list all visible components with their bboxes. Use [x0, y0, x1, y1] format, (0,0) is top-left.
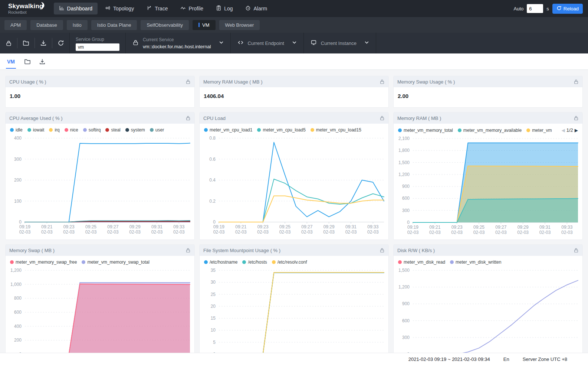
- app-logo[interactable]: Skywalking Rocketbot: [5, 3, 43, 14]
- nav-item-log[interactable]: Log: [211, 3, 238, 14]
- legend-next-arrow-icon[interactable]: ▶: [575, 128, 578, 133]
- svg-text:02-03: 02-03: [279, 229, 291, 235]
- instance-monitor-icon: [311, 39, 317, 47]
- trace-icon: [147, 5, 152, 12]
- legend-item[interactable]: meter_vm_disk_read: [398, 260, 445, 265]
- legend-item[interactable]: irq: [49, 127, 59, 133]
- reload-button[interactable]: Reload: [552, 4, 583, 14]
- legend-item[interactable]: meter_vm_memory_swap_free: [10, 260, 77, 265]
- auto-interval-input[interactable]: [527, 4, 543, 13]
- legend-item[interactable]: meter_vm: [526, 128, 552, 133]
- download-toolbar-button[interactable]: [35, 33, 52, 53]
- lock-icon[interactable]: [574, 248, 579, 253]
- legend-item[interactable]: system: [125, 127, 145, 133]
- lock-icon[interactable]: [574, 115, 579, 121]
- card-title: Memory RAM Usage ( MB ): [203, 79, 263, 85]
- reload-icon: [556, 6, 562, 12]
- profile-icon: [180, 5, 186, 12]
- current-endpoint-select[interactable]: Current Endpoint: [231, 39, 303, 47]
- nav-item-trace[interactable]: Trace: [141, 3, 173, 14]
- svg-text:0.6: 0.6: [209, 157, 216, 162]
- svg-text:02-03: 02-03: [41, 229, 53, 235]
- dashboard-tab-vm[interactable]: VM: [193, 20, 216, 30]
- legend-label: meter_vm_cpu_load15: [316, 127, 361, 133]
- refresh-toolbar-button[interactable]: [52, 33, 69, 53]
- nav-item-dashboard[interactable]: Dashboard: [54, 3, 98, 14]
- legend-item[interactable]: iowait: [27, 127, 45, 133]
- nav-item-topology[interactable]: Topology: [100, 3, 139, 14]
- lock-icon[interactable]: [380, 248, 385, 253]
- dashboard-tab-web-browser[interactable]: Web Browser: [219, 20, 260, 30]
- svg-text:02-03: 02-03: [301, 229, 313, 235]
- legend-item[interactable]: meter_vm_memory_swap_total: [82, 260, 149, 265]
- legend-item[interactable]: nice: [65, 127, 78, 133]
- legend-item[interactable]: meter_vm_cpu_load5: [257, 127, 305, 133]
- svg-text:800: 800: [14, 296, 22, 301]
- lock-icon[interactable]: [185, 79, 191, 84]
- dashboard-tab-istio[interactable]: Istio: [67, 20, 88, 30]
- tab-vm[interactable]: VM: [6, 54, 16, 69]
- legend-item[interactable]: idle: [10, 127, 23, 133]
- legend-dot: [272, 260, 276, 264]
- footer-bar: 2021-02-03 09:19 ~ 2021-02-03 09:34 En S…: [0, 353, 588, 365]
- legend-item[interactable]: steal: [105, 127, 120, 133]
- svg-text:09:31: 09:31: [539, 225, 551, 230]
- download-page-button[interactable]: [39, 58, 46, 65]
- legend-label: meter_vm_memory_swap_total: [87, 260, 149, 265]
- nav-item-profile[interactable]: Profile: [175, 3, 208, 14]
- svg-text:200: 200: [14, 177, 22, 183]
- svg-text:0.8: 0.8: [209, 136, 216, 141]
- svg-text:1,200: 1,200: [398, 284, 410, 290]
- legend-item[interactable]: softirq: [83, 127, 101, 133]
- svg-text:09:25: 09:25: [279, 224, 290, 229]
- svg-text:0: 0: [19, 219, 22, 225]
- svg-text:09:33: 09:33: [367, 224, 378, 229]
- lock-toolbar-button[interactable]: [0, 33, 17, 53]
- time-range-picker[interactable]: 2021-02-03 09:19 ~ 2021-02-03 09:34: [408, 356, 490, 362]
- svg-text:02-03: 02-03: [539, 230, 551, 235]
- dashboard-icon: [59, 5, 65, 12]
- legend-label: /etc/resolv.conf: [277, 260, 307, 265]
- card-header: CPU Load: [200, 113, 388, 124]
- legend-item[interactable]: meter_vm_cpu_load1: [204, 127, 252, 133]
- card-title: CPU Average Used ( % ): [9, 115, 63, 121]
- legend-prev-arrow-icon[interactable]: ◀: [561, 128, 565, 133]
- legend-dot: [83, 128, 87, 132]
- dashboard-tab-istio-data-plane[interactable]: Istio Data Plane: [91, 20, 137, 30]
- svg-text:02-03: 02-03: [561, 230, 573, 235]
- dashboard-tab-database[interactable]: Database: [30, 20, 63, 30]
- legend-item[interactable]: user: [150, 127, 164, 133]
- service-group-input[interactable]: [76, 43, 119, 51]
- chart-plot: 03006009001,2001,5001,8002,10009:1902-03…: [394, 134, 582, 239]
- lock-icon[interactable]: [185, 115, 191, 121]
- legend-item[interactable]: meter_vm_cpu_load15: [311, 127, 361, 133]
- svg-text:0: 0: [213, 219, 216, 225]
- nav-item-alarm[interactable]: Alarm: [240, 3, 272, 14]
- dashboard-tab-selfobservability[interactable]: SelfObservability: [141, 20, 189, 30]
- legend-item[interactable]: /etc/resolv.conf: [272, 260, 307, 265]
- chart-legend: idleiowaitirqnicesoftirqstealsystemuser: [6, 124, 194, 134]
- legend-item[interactable]: meter_vm_memory_total: [398, 128, 453, 133]
- memory-ram-usage-value: 1406.04: [200, 87, 388, 105]
- dashboard-tab-apm[interactable]: APM: [4, 20, 27, 30]
- current-service-select[interactable]: Current Service vm::docker.for.mac.host.…: [126, 37, 230, 49]
- card-header: Memory RAM Usage ( MB ): [200, 76, 388, 87]
- lock-icon[interactable]: [185, 248, 191, 253]
- legend-item[interactable]: meter_vm_memory_available: [458, 128, 522, 133]
- lock-icon[interactable]: [380, 79, 385, 84]
- language-switcher[interactable]: En: [503, 356, 509, 362]
- svg-text:02-03: 02-03: [429, 230, 441, 235]
- card-title: Memory RAM ( MB ): [397, 115, 441, 121]
- legend-dot: [398, 260, 402, 264]
- current-instance-select[interactable]: Current Instance: [304, 39, 376, 47]
- legend-item[interactable]: /etc/hosts: [242, 260, 267, 265]
- lock-icon[interactable]: [574, 79, 579, 84]
- folder-page-button[interactable]: [24, 58, 31, 65]
- folder-toolbar-button[interactable]: [17, 33, 35, 53]
- legend-item[interactable]: meter_vm_disk_written: [450, 260, 501, 265]
- log-icon: [216, 5, 221, 12]
- svg-text:09:27: 09:27: [301, 224, 312, 229]
- legend-item[interactable]: /etc/hostname: [204, 260, 237, 265]
- lock-icon[interactable]: [380, 115, 385, 121]
- legend-dot: [242, 260, 246, 264]
